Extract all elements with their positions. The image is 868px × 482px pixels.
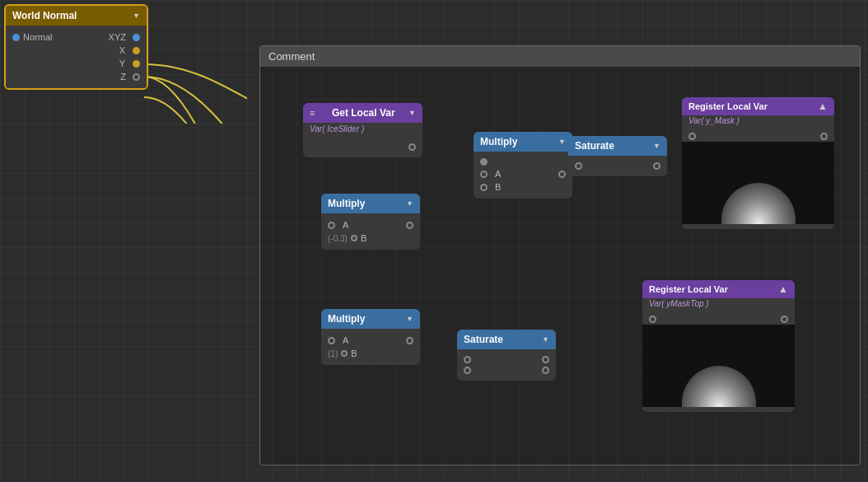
- saturate-2-header[interactable]: Saturate ▼: [457, 330, 556, 349]
- z-pin: [133, 73, 140, 81]
- get-local-var-body: [303, 137, 422, 157]
- reg1-in-pin: [688, 133, 696, 140]
- multiply-3-header[interactable]: Multiply ▼: [321, 309, 420, 329]
- m3-b-label: B: [351, 349, 357, 358]
- m2-b-label: B: [361, 233, 366, 243]
- multiply-2-dropdown[interactable]: ▼: [406, 199, 413, 208]
- m2-a-label: A: [343, 220, 348, 230]
- m1-b-pin: [480, 184, 488, 191]
- multiply-1-body: A B: [474, 152, 572, 199]
- register-1-body: [682, 126, 834, 229]
- multiply-3-body: A (1) B: [321, 329, 420, 365]
- z-pin-row: Z: [6, 70, 147, 83]
- multiply-1-node: Multiply ▼ A B: [474, 132, 572, 199]
- multiply-3-a: A: [321, 334, 420, 347]
- world-normal-body: Normal XYZ X Y Z: [6, 26, 147, 88]
- y-label: Y: [119, 58, 125, 68]
- m3-a-label: A: [343, 335, 348, 345]
- reg1-out-pin: [820, 133, 828, 140]
- m2-b-pin: [351, 235, 357, 241]
- multiply-3-dropdown[interactable]: ▼: [406, 315, 413, 323]
- register-2-pin-row: [642, 314, 795, 325]
- register-2-header[interactable]: Register Local Var ▲: [642, 280, 795, 298]
- register-1-varname: Var( y_Mask ): [682, 115, 834, 126]
- m2-output: [406, 222, 413, 229]
- reg2-in-pin: [649, 316, 656, 323]
- saturate-2-row: [457, 354, 556, 365]
- multiply-2-body: A (-0.3) B: [321, 213, 420, 250]
- multiply-1-b: B: [474, 180, 572, 194]
- output-pin: [408, 143, 416, 151]
- sat1-out-pin: [653, 162, 660, 170]
- get-local-var-output: [303, 142, 422, 152]
- register-1-gradient: [721, 183, 796, 224]
- multiply-2-header[interactable]: Multiply ▼: [321, 194, 420, 213]
- register-2-varname: Var( yMaskTop ): [642, 298, 795, 309]
- get-local-var-subtext: Var( IceSlider ): [303, 123, 422, 137]
- m3-b-pin: [341, 350, 348, 357]
- multiply-2-a: A: [321, 218, 420, 232]
- multiply-1-header[interactable]: Multiply ▼: [474, 132, 572, 152]
- multiply-1-input: [474, 157, 572, 167]
- get-local-var-header[interactable]: ≡ Get Local Var ▼: [303, 103, 422, 123]
- y-pin-row: Y: [6, 57, 147, 70]
- m1-a-right: [558, 171, 566, 178]
- register-1-pin-row: [682, 131, 834, 142]
- register-1-node: Register Local Var ▲ Var( y_Mask ): [682, 97, 834, 229]
- saturate-2-node: Saturate ▼: [457, 330, 556, 381]
- register-2-gradient: [682, 366, 756, 407]
- m3-a-pin: [328, 337, 335, 344]
- sat2-out2-pin: [542, 367, 549, 374]
- y-pin: [133, 60, 140, 68]
- saturate-2-row2: [457, 365, 556, 376]
- m2-a-pin: [328, 222, 335, 229]
- multiply-1-a: A: [474, 167, 572, 180]
- sat2-in2-pin: [464, 367, 471, 374]
- normal-pin: [12, 34, 20, 41]
- saturate-2-dropdown[interactable]: ▼: [542, 335, 549, 344]
- normal-label: Normal: [23, 32, 52, 42]
- m1-a-label: A: [495, 169, 501, 179]
- saturate-1-node: Saturate ▼: [568, 136, 667, 176]
- menu-icon: ≡: [310, 108, 315, 118]
- saturate-1-row: [568, 161, 667, 171]
- world-normal-header[interactable]: World Normal ▼: [6, 6, 147, 26]
- saturate-1-body: [568, 156, 667, 176]
- saturate-1-dropdown[interactable]: ▼: [653, 142, 660, 150]
- comment-header: Comment: [260, 46, 860, 67]
- register-2-body: [642, 309, 795, 412]
- x-label: X: [119, 45, 125, 55]
- get-local-var-node: ≡ Get Local Var ▼ Var( IceSlider ): [303, 103, 422, 157]
- register-1-title: Register Local Var: [688, 101, 768, 111]
- register-2-thumbnail: [642, 325, 795, 407]
- x-pin-row: X: [6, 44, 147, 57]
- saturate-2-body: [457, 349, 556, 381]
- register-1-header[interactable]: Register Local Var ▲: [682, 97, 834, 115]
- reg2-out-pin: [781, 316, 788, 323]
- m3-badge: (1): [328, 349, 338, 358]
- register-1-thumbnail: [682, 142, 834, 224]
- multiply-1-title: Multiply: [480, 136, 517, 147]
- sat2-in-pin: [464, 356, 471, 363]
- m1-input-pin: [480, 158, 488, 166]
- world-normal-node: World Normal ▼ Normal XYZ X Y Z: [4, 4, 148, 90]
- multiply-3-node: Multiply ▼ A (1) B: [321, 309, 420, 365]
- m3-output: [406, 337, 413, 344]
- x-pin: [133, 47, 140, 54]
- world-normal-dropdown-icon[interactable]: ▼: [133, 12, 140, 20]
- register-2-up-icon: ▲: [778, 283, 788, 295]
- world-normal-title: World Normal: [12, 10, 77, 21]
- multiply-1-dropdown[interactable]: ▼: [558, 138, 566, 146]
- register-2-node: Register Local Var ▲ Var( yMaskTop ): [642, 280, 795, 412]
- xyz-label: XYZ: [109, 32, 126, 42]
- get-local-var-title: Get Local Var: [332, 107, 395, 119]
- register-1-up-icon: ▲: [818, 101, 828, 112]
- register-2-title: Register Local Var: [649, 284, 728, 294]
- m1-a-pin: [480, 171, 488, 178]
- multiply-2-title: Multiply: [328, 198, 365, 209]
- normal-xyz-row: Normal XYZ: [6, 30, 147, 44]
- get-local-var-dropdown[interactable]: ▼: [408, 109, 416, 117]
- multiply-2-b: (-0.3) B: [321, 232, 420, 245]
- saturate-1-header[interactable]: Saturate ▼: [568, 136, 667, 156]
- m2-badge: (-0.3): [328, 234, 348, 243]
